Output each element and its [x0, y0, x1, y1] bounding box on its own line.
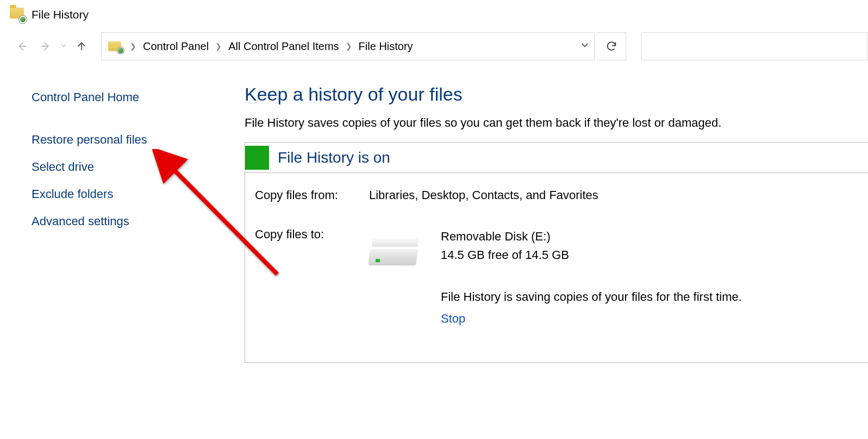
breadcrumb-separator: ❯ — [128, 42, 139, 51]
copy-to-label: Copy files to: — [255, 227, 369, 329]
copy-from-row: Copy files from: Libraries, Desktop, Con… — [255, 188, 868, 202]
status-body: Copy files from: Libraries, Desktop, Con… — [245, 173, 868, 329]
sidebar-advanced-settings[interactable]: Advanced settings — [32, 208, 228, 235]
refresh-icon — [605, 40, 617, 52]
window-title: File History — [32, 8, 89, 21]
saving-message: File History is saving copies of your fi… — [441, 286, 742, 308]
main-panel: Keep a history of your files File Histor… — [228, 84, 868, 363]
status-title: File History is on — [269, 149, 390, 166]
breadcrumb-item[interactable]: Control Panel — [139, 33, 213, 60]
chevron-down-icon — [60, 42, 67, 49]
address-bar[interactable]: ❯ Control Panel ❯ All Control Panel Item… — [101, 32, 595, 60]
address-dropdown-button[interactable] — [576, 41, 594, 52]
breadcrumb-item[interactable]: All Control Panel Items — [224, 33, 343, 60]
sidebar-select-drive[interactable]: Select drive — [32, 153, 228, 181]
address-bar-icon — [102, 33, 128, 60]
refresh-button[interactable] — [597, 32, 626, 60]
drive-block: Removable Disk (E:) 14.5 GB free of 14.5… — [369, 227, 868, 329]
search-input[interactable] — [642, 33, 867, 60]
copy-from-value: Libraries, Desktop, Contacts, and Favori… — [369, 188, 868, 202]
recent-locations-button[interactable] — [59, 42, 68, 51]
navigation-row: ❯ Control Panel ❯ All Control Panel Item… — [0, 29, 868, 63]
up-button[interactable] — [71, 35, 92, 57]
back-button[interactable] — [11, 35, 33, 57]
drive-space: 14.5 GB free of 14.5 GB — [441, 246, 742, 264]
arrow-up-icon — [76, 40, 88, 52]
sidebar: Control Panel Home Restore personal file… — [0, 84, 228, 363]
arrow-left-icon — [16, 40, 28, 52]
stop-link[interactable]: Stop — [441, 312, 465, 325]
breadcrumb-separator: ❯ — [213, 42, 224, 51]
copy-from-label: Copy files from: — [255, 188, 369, 202]
drive-name: Removable Disk (E:) — [441, 227, 742, 246]
file-history-icon — [10, 7, 26, 23]
titlebar: File History — [0, 0, 868, 29]
copy-to-row: Copy files to: Removable Disk (E:) 14.5 … — [255, 227, 868, 329]
sidebar-restore-personal-files[interactable]: Restore personal files — [32, 126, 228, 153]
arrow-right-icon — [40, 40, 52, 52]
breadcrumb-item[interactable]: File History — [354, 33, 417, 60]
sidebar-control-panel-home[interactable]: Control Panel Home — [32, 84, 228, 111]
drive-icon — [369, 233, 421, 265]
status-on-icon — [245, 146, 269, 170]
sidebar-exclude-folders[interactable]: Exclude folders — [32, 181, 228, 208]
status-panel: File History is on Copy files from: Libr… — [245, 142, 868, 363]
forward-button[interactable] — [35, 35, 57, 57]
page-heading: Keep a history of your files — [228, 84, 868, 105]
breadcrumb-separator: ❯ — [344, 42, 354, 51]
chevron-down-icon — [580, 41, 589, 50]
search-box[interactable] — [641, 32, 868, 60]
content-area: Control Panel Home Restore personal file… — [0, 63, 868, 363]
page-description: File History saves copies of your files … — [228, 116, 868, 130]
status-header: File History is on — [245, 143, 868, 173]
